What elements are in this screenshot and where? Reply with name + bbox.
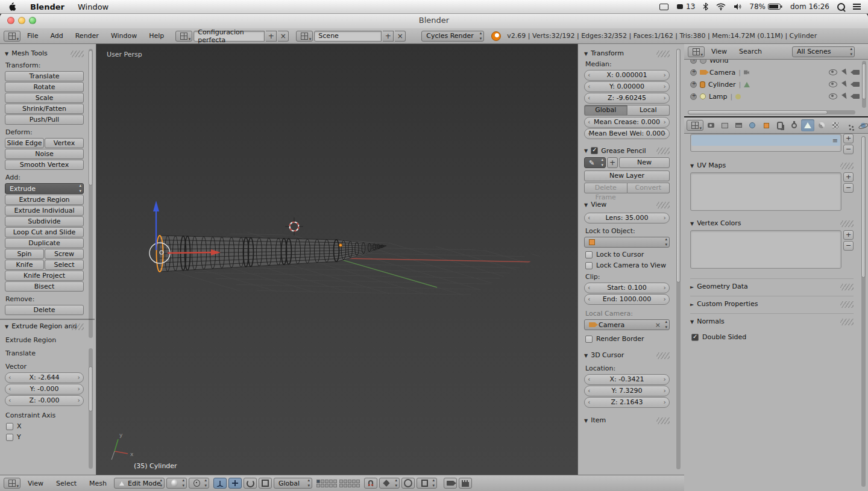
minimize-window-button[interactable] [18,17,25,24]
camera-name[interactable]: Camera [709,69,735,77]
editor-type-selector[interactable] [687,120,703,131]
tab-object-data[interactable] [801,119,814,131]
viewport-3d[interactable]: xy User Persp (35) Cylinder [96,44,577,475]
menu-view[interactable]: View [22,480,49,487]
selectable-cursor-icon[interactable] [841,81,849,89]
grease-pencil-draw-menu[interactable] [584,157,606,168]
zoom-window-button[interactable] [29,17,36,24]
close-window-button[interactable] [7,17,14,24]
displays-menu-icon[interactable] [659,4,668,10]
outliner-item-camera[interactable]: Camera | [690,66,868,78]
cursor-y-field[interactable]: Y: 7.3290 [584,386,670,396]
mean-crease-field[interactable]: Mean Crease: 0.000 [584,117,670,128]
delete-layout-button[interactable] [278,31,289,42]
remove-uv-map-button[interactable] [843,183,854,193]
mode-selector[interactable]: Edit Mode [114,478,165,489]
panel-grease-pencil-header[interactable]: Grease Pencil [584,146,670,155]
extrude-menu[interactable]: Extrude [5,183,84,194]
cursor-z-field[interactable]: Z: 2.1643 [584,397,670,408]
push-pull-button[interactable]: Push/Pull [5,114,84,125]
outliner-item-cylinder[interactable]: Cylinder | [690,78,868,90]
transform-orientation-selector[interactable]: Global [274,478,312,489]
shrink-fatten-button[interactable]: Shrink/Fatten [5,104,84,114]
viewport-canvas[interactable]: xy [96,44,577,475]
outliner-item-world[interactable]: World [690,60,868,66]
editor-type-selector[interactable] [4,478,20,489]
clip-start-field[interactable]: Start: 0.100 [584,283,670,293]
lock-to-cursor-row[interactable]: Lock to Cursor [585,251,668,258]
menu-add[interactable]: Add [45,32,68,40]
renderable-camera-icon[interactable] [853,82,860,87]
panel-transform-header[interactable]: Transform [584,49,670,58]
panel-vertex-colors-header[interactable]: Vertex Colors [690,219,854,228]
input-source-indicator[interactable]: 13 [676,2,695,11]
local-button[interactable]: Local [627,105,670,116]
delete-frame-button[interactable]: Delete Frame [584,183,627,193]
apple-menu-icon[interactable] [0,2,24,11]
tab-texture[interactable] [829,119,842,131]
tab-render[interactable] [704,119,717,131]
delete-button[interactable]: Delete [5,305,84,315]
panel-redo-header[interactable]: Extrude Region and [5,322,84,331]
opengl-render-animation-button[interactable] [459,478,472,489]
constraint-x-checkbox[interactable] [6,423,13,430]
knife-project-button[interactable]: Knife Project [5,271,84,281]
uv-maps-list[interactable] [690,172,841,211]
lock-to-object-field[interactable] [584,237,670,248]
expand-toggle[interactable] [690,60,697,64]
scrollbar-thumb[interactable] [688,110,828,114]
menu-window[interactable]: Window [105,32,142,40]
selectable-cursor-icon[interactable] [841,93,849,101]
expand-toggle[interactable] [690,69,697,76]
editor-type-selector[interactable] [4,31,20,42]
visibility-eye-icon[interactable] [829,93,837,99]
scrollbar-thumb[interactable] [861,136,866,278]
local-camera-field[interactable]: Camera × [584,319,670,330]
render-border-checkbox[interactable] [585,336,593,343]
wifi-icon[interactable] [716,3,726,10]
convert-button[interactable]: Convert [627,183,670,193]
renderable-camera-icon[interactable] [853,70,860,75]
panel-grip-icon[interactable] [656,418,670,424]
tab-physics[interactable] [857,119,868,131]
knife-button[interactable]: Knife [5,260,44,270]
translate-button[interactable]: Translate [5,71,84,81]
add-scene-button[interactable] [383,31,394,42]
opengl-render-image-button[interactable] [444,478,457,489]
noise-button[interactable]: Noise [5,149,84,159]
snap-element-selector[interactable] [379,478,400,489]
mean-bevel-field[interactable]: Mean Bevel Wei: 0.000 [584,128,670,139]
outliner-item-lamp[interactable]: Lamp | [690,90,868,102]
drag-handle-icon[interactable]: ≡ [832,137,838,145]
expand-toggle[interactable] [690,81,697,88]
remove-vertex-color-button[interactable] [843,241,854,251]
extrude-individual-button[interactable]: Extrude Individual [5,205,84,216]
panel-grip-icon[interactable] [71,324,84,330]
menubar-clock[interactable]: dom 16:26 [790,2,829,11]
lamp-name[interactable]: Lamp [709,93,728,101]
expand-toggle[interactable] [690,93,697,100]
menu-help[interactable]: Help [143,32,169,40]
panel-normals-header[interactable]: Normals [690,313,854,328]
vector-z-field[interactable]: Z: -0.000 [5,395,84,406]
manipulator-toggle[interactable] [213,478,227,489]
bluetooth-icon[interactable] [703,2,708,11]
global-button[interactable]: Global [584,105,627,116]
menu-mesh[interactable]: Mesh [84,480,112,487]
subdivide-button[interactable]: Subdivide [5,216,84,227]
vertex-colors-list[interactable] [690,230,841,269]
screen-layout-field[interactable]: Configuracion perfecta [193,31,265,42]
menu-render[interactable]: Render [70,32,104,40]
pivot-point-selector[interactable] [189,478,209,489]
redo-panel-scrollbar[interactable] [89,348,93,469]
panel-3d-cursor-header[interactable]: 3D Cursor [584,351,670,360]
vector-y-field[interactable]: Y: -0.000 [5,384,84,395]
vector-x-field[interactable]: X: -2.644 [5,372,84,383]
battery-status[interactable]: 78% [749,2,782,11]
cursor-x-field[interactable]: X: -0.3421 [584,374,670,385]
clear-camera-icon[interactable]: × [655,321,661,329]
screen-layout-browse-button[interactable] [175,31,192,42]
panel-uv-maps-header[interactable]: UV Maps [690,161,854,170]
add-uv-map-button[interactable] [843,172,854,182]
outliner-menu-search[interactable]: Search [734,48,767,55]
